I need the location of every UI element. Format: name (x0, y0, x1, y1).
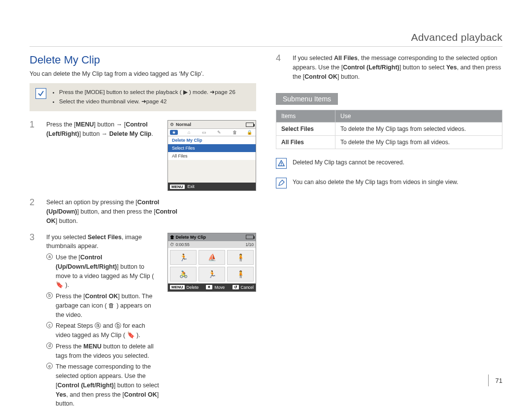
warn-text: Deleted My Clip tags cannot be recovered… (293, 158, 404, 167)
table-cell: To delete the My Clip tags from all vide… (335, 136, 502, 149)
substep: cRepeat Steps ⓐ and ⓑ for each video tag… (46, 321, 160, 340)
t: ] button → [ (94, 121, 126, 128)
btn-tag: ↺ (233, 285, 239, 289)
step-number: 2 (30, 198, 38, 207)
tab-icon: ⌂ (185, 130, 193, 135)
btn-label: Delete (187, 285, 199, 290)
step-number: 4 (276, 54, 285, 62)
btn-tag: ✦ (206, 285, 212, 289)
menu-tag: MENU (170, 185, 185, 189)
lcd-menu-screenshot: ⚙Normal ★ ⌂ ▭ ✎ 🗑 🔒 Delete My Clip Selec… (167, 120, 256, 191)
note-list: Press the [MODE] button to select the pl… (52, 88, 235, 106)
note-check-icon (35, 88, 46, 99)
tip-text: You can also delete the My Clip tags fro… (293, 178, 458, 187)
t: Control (Left/Right) (343, 64, 399, 71)
step-number: 3 (30, 233, 38, 242)
step-body: If you selected All Files, the message c… (293, 54, 502, 81)
step-4: 4 If you selected All Files, the message… (276, 54, 502, 81)
left-column: Delete My Clip You can delete the My Cli… (30, 54, 256, 406)
thumb: 🏃 (170, 250, 197, 265)
note-box: Press the [MODE] button to select the pl… (30, 83, 256, 111)
lcd-menu-header: Delete My Clip (168, 136, 256, 144)
t: Select an option by pressing the [ (46, 199, 137, 206)
thumb: 🏃 (199, 267, 225, 281)
t: All Files (334, 55, 358, 62)
svg-point-2 (281, 165, 282, 166)
circ-letter: e (46, 363, 53, 369)
lcd2-duration: 0:00:55 (175, 242, 189, 247)
section-intro: You can delete the My Clip tag from a vi… (30, 69, 256, 78)
table-cell-key: All Files (276, 136, 335, 149)
t: Press the (56, 343, 83, 350)
t: ] button to select (114, 382, 159, 389)
substep: eThe message corresponding to the select… (46, 362, 160, 406)
thumb: 🧍 (227, 250, 254, 265)
t: Press the [ (56, 293, 85, 300)
substep-list: aUse the [Control (Up/Down/Left/Right)] … (46, 253, 160, 319)
menu-bottom-label: Exit (188, 184, 195, 189)
lcd-thumb-screenshot: 🗑 Delete My Clip ⏱ 0:00:55 1/10 🏃 ⛵ 🧍 🚴 … (167, 233, 256, 292)
t: Use the [ (56, 254, 80, 261)
lcd-title: Normal (176, 122, 191, 127)
substep-list-wide: cRepeat Steps ⓐ and ⓑ for each video tag… (46, 321, 160, 406)
pencil-note-icon (276, 178, 287, 188)
btn-label: Cancel (241, 285, 254, 290)
t: If you selected (293, 55, 334, 62)
thumb: ⛵ (199, 250, 225, 265)
table-row: All Files To delete the My Clip tags fro… (276, 136, 502, 149)
substep: bPress the [Control OK] button. The garb… (46, 292, 160, 319)
submenu-table: Items Use Select Files To delete the My … (276, 110, 502, 149)
battery-icon (246, 235, 254, 239)
submenu-heading: Submenu Items (276, 93, 338, 105)
warn-row: Deleted My Clip tags cannot be recovered… (276, 158, 502, 169)
page-rule (30, 46, 502, 47)
table-header: Items (276, 110, 335, 123)
thumb: 🧍 (227, 267, 254, 281)
page-number: 71 (488, 375, 502, 386)
t: Control (Left/Right) (57, 382, 114, 389)
t: Control OK (85, 293, 118, 300)
tab-icon: 🔒 (246, 130, 254, 135)
t: Delete My Clip (109, 130, 151, 137)
substep: aUse the [Control (Up/Down/Left/Right)] … (46, 253, 160, 290)
lcd-menu-item: All Files (168, 152, 256, 160)
substep: dPress the MENU button to delete all tag… (46, 342, 160, 361)
thumb: 🚴 (170, 267, 197, 281)
step-body: If you selected Select Files, image thum… (46, 233, 160, 406)
btn-label: Move (214, 285, 225, 290)
t: ] button to select (399, 64, 446, 71)
t: Yes (56, 391, 66, 398)
step-body: Select an option by pressing the [Contro… (46, 198, 184, 225)
circ-letter: c (46, 322, 53, 328)
t: ] button. (337, 73, 360, 80)
t: . (151, 130, 153, 137)
table-row: Select Files To delete the My Clip tags … (276, 123, 502, 136)
warning-icon (276, 158, 287, 169)
circ-letter: d (46, 343, 53, 349)
t: If you selected (46, 234, 88, 241)
t: Control OK (304, 73, 337, 80)
t: ] button. (56, 218, 78, 224)
step-2: 2 Select an option by pressing the [Cont… (30, 198, 256, 225)
btn-tag: MENU (170, 285, 185, 289)
gear-icon: ⚙ (170, 122, 174, 127)
lcd2-counter: 1/10 (245, 242, 254, 247)
t: Repeat Steps ⓐ and ⓑ for each video tagg… (56, 321, 160, 340)
t: Press the [ (46, 121, 76, 128)
t: ] button, and then press the [ (77, 208, 155, 215)
table-header: Use (335, 110, 502, 123)
t: ] button → (79, 130, 109, 137)
battery-icon (246, 123, 254, 127)
tab-icon: ★ (170, 130, 178, 135)
section-title: Delete My Clip (30, 54, 256, 66)
right-column: 4 If you selected All Files, the message… (276, 54, 502, 406)
step-3: 3 If you selected Select Files, image th… (30, 233, 256, 406)
note-item: Press the [MODE] button to select the pl… (59, 88, 235, 96)
step-1: 1 Press the [MENU] button → [Control (Le… (30, 120, 256, 191)
tab-icon: ▭ (200, 130, 208, 135)
tab-icon: ✎ (215, 130, 223, 135)
t: Control OK (124, 391, 157, 398)
circ-letter: a (46, 253, 53, 260)
page-header: Advanced playback (30, 31, 502, 43)
t: Select Files (88, 234, 122, 241)
